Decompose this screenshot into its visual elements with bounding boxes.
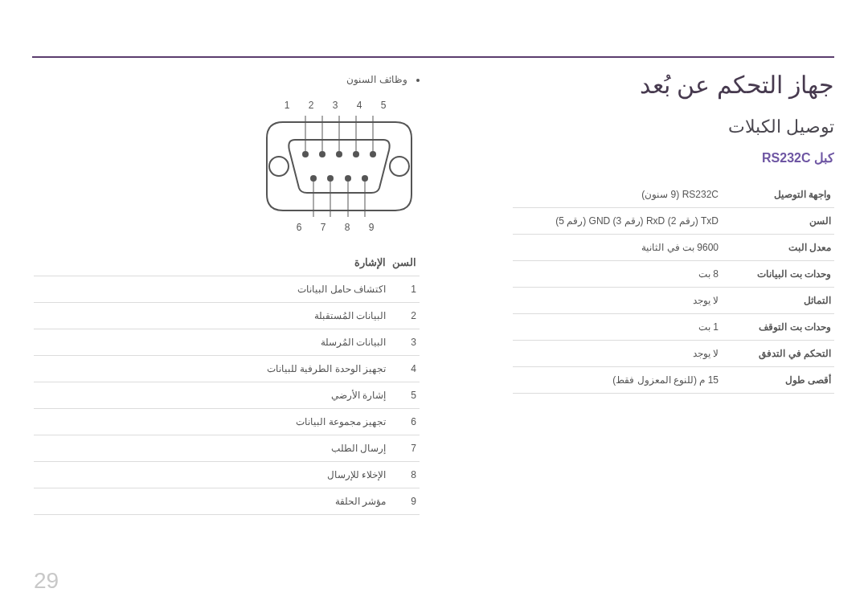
bullet-icon [416,79,420,82]
pin-num: 7 [389,435,420,462]
spec-label: وحدات بت التوقف [722,314,834,341]
pin-signal: اكتشاف حامل البيانات [34,276,389,303]
spec-label: التماثل [722,288,834,314]
svg-point-9 [345,175,351,182]
pin-table: السن الإشارة 1اكتشاف حامل البيانات 2البي… [34,249,420,515]
pin-signal: تجهيز مجموعة البيانات [34,409,389,435]
spec-value: 1 بت [513,314,722,341]
spec-label: واجهة التوصيل [722,182,834,208]
table-row: السنTxD (رقم 2) RxD (رقم 3) GND (رقم 5) [513,208,834,235]
svg-point-8 [327,175,334,182]
svg-point-10 [362,175,368,182]
spec-label: معدل البت [722,235,834,261]
spec-label: وحدات بت البيانات [722,261,834,288]
svg-point-1 [390,157,409,176]
right-column: جهاز التحكم عن بُعد توصيل الكبلات كبل RS… [513,71,834,394]
spec-label: السن [722,208,834,235]
spec-label: التحكم في التدفق [722,341,834,367]
pin-header-signal: الإشارة [34,249,389,276]
svg-point-6 [370,151,376,157]
pin-signal: تجهيز الوحدة الطرفية للبيانات [34,356,389,382]
spec-value: 15 م (للنوع المعزول فقط) [513,367,722,394]
spec-label: أقصى طول [722,367,834,394]
pin-signal: البيانات المُستقبلة [34,303,389,329]
bullet-pin-functions: وظائف السنون [34,74,420,85]
spec-value: لا يوجد [513,288,722,314]
connector-diagram: 1 2 3 4 5 [259,100,420,233]
table-row: 7إرسال الطلب [34,435,420,462]
svg-point-5 [353,151,359,157]
pin-signal: البيانات المُرسلة [34,329,389,356]
pin-num: 3 [389,329,420,356]
spec-value: TxD (رقم 2) RxD (رقم 3) GND (رقم 5) [513,208,722,235]
spec-value: RS232C (9 سنون) [513,182,722,208]
pin-numbers-top: 1 2 3 4 5 [259,100,420,111]
cable-model-label: كبل RS232C [513,150,834,166]
table-row: واجهة التوصيلRS232C (9 سنون) [513,182,834,208]
pin-num: 5 [389,382,420,409]
table-row: 1اكتشاف حامل البيانات [34,276,420,303]
db9-connector-icon [259,114,420,219]
svg-point-4 [336,151,342,157]
pin-num: 9 [389,488,420,515]
svg-point-2 [302,151,309,157]
pin-num: 4 [389,356,420,382]
table-row: 9مؤشر الحلقة [34,488,420,515]
pin-num: 8 [389,462,420,488]
table-row: 5إشارة الأرضي [34,382,420,409]
table-row: وحدات بت التوقف1 بت [513,314,834,341]
svg-point-0 [269,157,289,176]
table-row: التحكم في التدفقلا يوجد [513,341,834,367]
top-accent-bar [32,56,834,58]
table-row: 8الإخلاء للإرسال [34,462,420,488]
bullet-label: وظائف السنون [346,74,407,85]
pin-num: 6 [389,409,420,435]
pin-num: 2 [389,303,420,329]
spec-value: 8 بت [513,261,722,288]
table-row: 4تجهيز الوحدة الطرفية للبيانات [34,356,420,382]
section-subtitle: توصيل الكبلات [513,116,834,137]
pin-header-num: السن [389,249,420,276]
page-number: 29 [34,568,59,594]
left-column: وظائف السنون 1 2 3 4 5 [34,71,420,515]
table-row: أقصى طول15 م (للنوع المعزول فقط) [513,367,834,394]
table-row: 3البيانات المُرسلة [34,329,420,356]
pin-signal: إرسال الطلب [34,435,389,462]
manual-page: جهاز التحكم عن بُعد توصيل الكبلات كبل RS… [0,0,868,613]
table-row: وحدات بت البيانات8 بت [513,261,834,288]
svg-point-7 [310,175,317,182]
table-row: 6تجهيز مجموعة البيانات [34,409,420,435]
spec-value: 9600 بت في الثانية [513,235,722,261]
table-header-row: السن الإشارة [34,249,420,276]
pin-signal: الإخلاء للإرسال [34,462,389,488]
page-title: جهاز التحكم عن بُعد [513,71,834,99]
pin-signal: إشارة الأرضي [34,382,389,409]
svg-point-3 [319,151,326,157]
pin-signal: مؤشر الحلقة [34,488,389,515]
pin-num: 1 [389,276,420,303]
pin-numbers-bottom: 6 7 8 9 [259,222,420,233]
table-row: التماثللا يوجد [513,288,834,314]
table-row: 2البيانات المُستقبلة [34,303,420,329]
spec-table: واجهة التوصيلRS232C (9 سنون) السنTxD (رق… [513,182,834,394]
spec-value: لا يوجد [513,341,722,367]
table-row: معدل البت9600 بت في الثانية [513,235,834,261]
